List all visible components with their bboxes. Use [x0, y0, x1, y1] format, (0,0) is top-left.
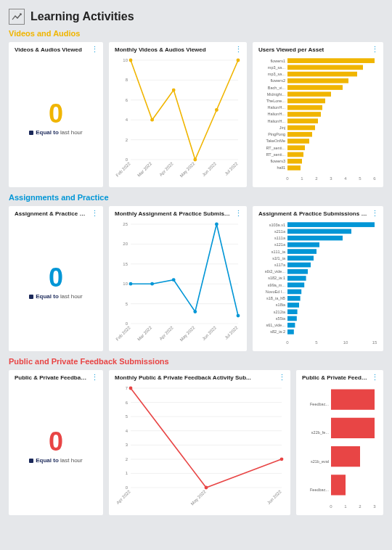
kebab-icon[interactable]: ⋮	[234, 46, 242, 54]
svg-text:Jun 2022: Jun 2022	[201, 325, 217, 341]
svg-rect-103	[287, 269, 308, 274]
svg-text:15: 15	[372, 340, 377, 345]
row-assignments: Assignment & Practice Sub... ⋮ 0 Equal t…	[9, 206, 383, 351]
svg-text:3: 3	[126, 443, 128, 447]
svg-text:s103a.v1: s103a.v1	[269, 223, 285, 227]
line-chart: 01234567Apr 2022May 2022Jun 2022	[115, 384, 285, 509]
card-title: Public & Private Feedback Submissions pe…	[302, 374, 377, 381]
svg-text:0: 0	[286, 176, 289, 181]
svg-rect-117	[287, 316, 297, 321]
svg-text:s212ia: s212ia	[274, 310, 286, 314]
svg-point-12	[129, 59, 133, 62]
svg-text:4: 4	[126, 429, 128, 433]
svg-rect-113	[287, 303, 299, 308]
svg-text:s82_ia:2: s82_ia:2	[270, 329, 285, 334]
kebab-icon[interactable]: ⋮	[91, 46, 99, 54]
hbar-chart: s103a.v1s211as111as121as111_ias1f1_ias11…	[258, 220, 377, 345]
svg-text:Feedbac...: Feedbac...	[310, 488, 329, 492]
svg-point-82	[237, 314, 240, 318]
metric-body: 0 Equal to last hour	[15, 53, 97, 181]
svg-text:3: 3	[330, 176, 332, 181]
svg-rect-28	[287, 72, 357, 77]
section-title-videos: Videos and Audios	[9, 29, 383, 38]
card-title: Public & Private Feedback ...	[15, 374, 97, 381]
metric-body: 0 Equal to last hour	[15, 381, 97, 509]
kebab-icon[interactable]: ⋮	[371, 374, 379, 382]
svg-point-78	[150, 282, 154, 286]
svg-text:2: 2	[126, 457, 128, 461]
svg-rect-48	[287, 139, 309, 144]
svg-rect-101	[287, 263, 311, 268]
svg-text:s211a: s211a	[274, 229, 286, 234]
svg-rect-30	[287, 78, 348, 83]
svg-rect-32	[287, 85, 343, 90]
svg-text:May 2022: May 2022	[190, 489, 207, 506]
svg-text:s18ia: s18ia	[276, 303, 286, 307]
svg-rect-40	[287, 112, 321, 117]
svg-text:RT_senti...: RT_senti...	[266, 152, 286, 157]
card-assign-metric: Assignment & Practice Sub... ⋮ 0 Equal t…	[9, 206, 103, 351]
svg-text:Feb 2022: Feb 2022	[115, 325, 132, 342]
svg-text:5: 5	[359, 176, 362, 181]
svg-text:8: 8	[126, 78, 128, 82]
card-feedback-monthly: Monthly Public & Private Feedback Activi…	[109, 370, 290, 515]
hbar-chart: flowers1mp3_sa...mp3_sa...flowers2Bach_v…	[258, 56, 377, 181]
kebab-icon[interactable]: ⋮	[91, 374, 99, 382]
svg-text:Mar 2022: Mar 2022	[136, 161, 153, 178]
card-assign-per-activity: Assignment & Practice Submissions per Ac…	[253, 206, 383, 351]
svg-text:Feedbac...: Feedbac...	[310, 402, 329, 406]
svg-text:Midnight...: Midnight...	[267, 92, 286, 97]
section-title-assignments: Assignments and Practice	[9, 193, 383, 202]
svg-rect-95	[287, 242, 319, 247]
svg-text:Jul 2022: Jul 2022	[224, 325, 239, 340]
svg-text:Mar 2022: Mar 2022	[136, 325, 153, 342]
svg-rect-151	[331, 418, 375, 438]
svg-text:1: 1	[344, 504, 347, 509]
kebab-icon[interactable]: ⋮	[278, 374, 286, 382]
card-title: Assignment & Practice Submissions per Ac…	[258, 210, 377, 217]
svg-point-13	[150, 118, 154, 122]
svg-text:1: 1	[126, 471, 128, 475]
card-feedback-metric: Public & Private Feedback ... ⋮ 0 Equal …	[9, 370, 103, 515]
svg-text:mp3_sa...: mp3_sa...	[268, 72, 286, 76]
svg-text:NovoEd I...: NovoEd I...	[266, 290, 286, 294]
metric-value: 0	[49, 263, 63, 293]
svg-text:Apr 2022: Apr 2022	[158, 325, 174, 341]
svg-rect-93	[287, 236, 343, 241]
svg-text:s182_ia:1: s182_ia:1	[268, 276, 285, 280]
svg-text:RT_senti...: RT_senti...	[266, 146, 286, 150]
card-title: Monthly Public & Private Feedback Activi…	[115, 374, 285, 381]
svg-rect-24	[287, 58, 375, 63]
kebab-icon[interactable]: ⋮	[371, 46, 379, 54]
svg-text:10: 10	[123, 282, 128, 286]
svg-rect-44	[287, 126, 315, 131]
svg-text:s99a_m...: s99a_m...	[268, 283, 286, 287]
svg-text:2: 2	[315, 176, 318, 181]
svg-rect-26	[287, 65, 363, 70]
svg-text:TakeOnMe: TakeOnMe	[266, 139, 285, 143]
kebab-icon[interactable]: ⋮	[234, 210, 242, 218]
section-title-feedback: Public and Private Feedback Submissions	[9, 357, 383, 366]
card-assign-monthly: Monthly Assignment & Practice Submission…	[109, 206, 247, 351]
svg-text:5: 5	[315, 340, 318, 345]
svg-text:0: 0	[330, 504, 332, 509]
svg-point-143	[129, 387, 133, 390]
hbar-chart: Feedbac...s22b_fe...s21b_evalFeedbac...0…	[302, 384, 377, 509]
svg-text:25: 25	[123, 222, 128, 226]
row-feedback: Public & Private Feedback ... ⋮ 0 Equal …	[9, 370, 383, 515]
svg-text:2: 2	[359, 504, 362, 509]
svg-rect-91	[287, 229, 351, 234]
metric-value: 0	[49, 427, 63, 457]
svg-text:4: 4	[344, 176, 347, 181]
svg-point-80	[193, 310, 197, 313]
svg-text:s111a: s111a	[274, 236, 286, 240]
kebab-icon[interactable]: ⋮	[371, 210, 379, 218]
metric-body: 0 Equal to last hour	[15, 217, 97, 345]
svg-text:May 2022: May 2022	[179, 325, 196, 342]
svg-text:Apr 2022: Apr 2022	[158, 161, 174, 177]
kebab-icon[interactable]: ⋮	[91, 210, 99, 218]
svg-text:mp3_sa...: mp3_sa...	[268, 65, 286, 70]
svg-text:May 2022: May 2022	[179, 161, 196, 178]
svg-text:Apr 2022: Apr 2022	[115, 489, 131, 505]
row-videos: Videos & Audios Viewed ⋮ 0 Equal to last…	[9, 42, 383, 187]
